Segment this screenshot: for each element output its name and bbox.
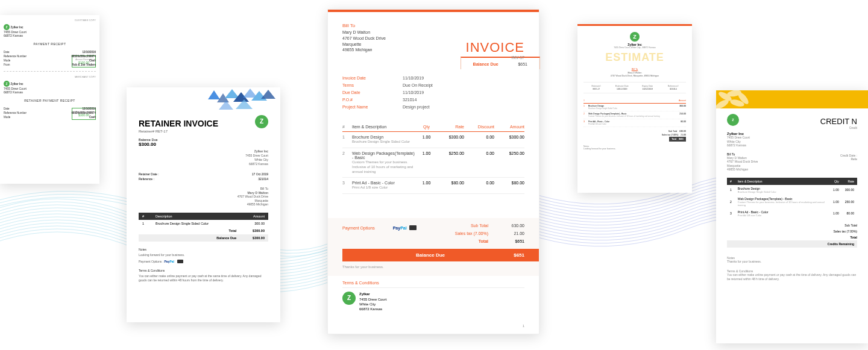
totals: Sub Total Sales tax (7.00%) Total Credit… — [727, 222, 857, 248]
totals: Sub Total 630.00 Sales tax (7.00%) 21.00… — [583, 130, 686, 142]
terms-heading: Terms & Conditions — [139, 269, 268, 273]
tax-value: 21.00 — [488, 231, 524, 236]
table-row: 2Web Design Packages(Template) - BasicCu… — [727, 195, 857, 208]
page-number: 1 — [523, 324, 524, 328]
subtotal-label: Sub Total — [428, 223, 488, 228]
svg-marker-2 — [225, 89, 239, 98]
retainer-date-label: Retainer Date : — [139, 172, 159, 176]
estimate-metadata: Estimate#EST-17 Estimate Date13/11/2019 … — [583, 82, 686, 93]
mode-value: Cash — [89, 59, 96, 62]
subtotal-value: 630.00 — [488, 223, 524, 228]
from-label: From — [4, 63, 10, 66]
paypal-icon: PayPal — [165, 260, 174, 264]
invoice-document: Bill To Mary D Walton 4767 Wood Duck Dri… — [327, 9, 539, 334]
bill-to-address: Bill To Mary D Walton 4767 Wood Duck Dri… — [139, 187, 268, 207]
ref-value: 08526d58bc269974 — [71, 55, 96, 58]
decorative-triangles — [127, 87, 280, 111]
invoice-number: INV-17 — [466, 55, 524, 60]
line-items-header: # Item & Description Qty Rate Discount A… — [342, 122, 524, 132]
invoice-title: INVOICE — [466, 40, 524, 55]
balance-due-value: $300.00 — [139, 142, 156, 147]
notes-text: Looking forward for your business. — [583, 148, 686, 150]
notes-heading: Notes — [139, 248, 268, 252]
company-logo-icon: Z — [727, 114, 739, 126]
company-name: Zylker Inc — [10, 83, 23, 86]
company-logo-icon: Z — [4, 81, 10, 87]
date-value: 12/10/2016 — [82, 51, 96, 54]
payment-receipt-document: CUSTOMER COPY Z Zylker Inc 7455 Drew Cou… — [0, 15, 99, 184]
decorative-header — [716, 90, 868, 108]
terms-text: You can either make online payment or pa… — [139, 274, 268, 283]
line-items-table: #Item & DescriptionQtyRate 1Brochure Des… — [727, 178, 857, 219]
line-item: 1Brochure DesignBrochure Design Single S… — [583, 104, 686, 111]
invoice-metadata: Invoice Date11/10/2019 TermsDue On Recei… — [342, 74, 524, 110]
svg-marker-6 — [261, 90, 275, 99]
retainer-date-value: 17 Oct 2019 — [252, 172, 268, 176]
bill-to-block: Bill To Mary D Walton 4767 Wood Duck Dri… — [727, 152, 857, 172]
invoice-title-block: INVOICE INV-17 — [466, 40, 524, 60]
estimate-title: ESTIMATE — [583, 51, 686, 64]
reference-value: 321014 — [258, 177, 268, 181]
retainer-number: Retainer# RET-17 — [139, 130, 268, 133]
credit-card-icon — [177, 260, 183, 263]
customer-copy-label: CUSTOMER COPY — [4, 19, 96, 22]
estimate-document: Z Zylker Inc 7455 Drew Court, White City… — [577, 24, 692, 193]
retainer-receipt-title: RETAINER PAYMENT RECEIPT — [4, 99, 96, 102]
company-logo-icon: Z — [342, 292, 356, 305]
svg-marker-0 — [208, 90, 220, 99]
merchant-copy-label: MERCHANT COPY — [4, 75, 96, 78]
notes-text: Looking forward for your business. — [139, 253, 268, 257]
table-row: 1Brochure Design Single Sided Color300.0… — [139, 220, 268, 227]
dates-block: Credit Date : Refe — [840, 154, 857, 161]
line-item: 2 Web Design Packages(Template) - BasicC… — [342, 148, 524, 178]
total-label: Total — [428, 239, 488, 243]
credit-note-title: CREDIT N — [727, 117, 857, 126]
company-address-line: 66872 Kansas — [4, 34, 23, 37]
company-address: 7455 Drew Court, White City , 66872 Kans… — [583, 46, 686, 49]
notes-text: Thanks for your business. — [727, 260, 857, 263]
company-logo-icon: Z — [255, 115, 268, 128]
company-block: Z Zylkar 7455 Drew Court White City 6687… — [342, 292, 524, 312]
line-item: 1 Brochure DesignBrochure Design Single … — [342, 132, 524, 148]
receipt-title: PAYMENT RECEIPT — [4, 42, 96, 46]
payment-options-label: Payment Options — [342, 226, 375, 230]
table-row: 1Brochure DesignBrochure Design Single S… — [727, 185, 857, 195]
credit-note-document: CREDIT N Credit Z Zylker Inc 7455 Drew C… — [716, 90, 868, 343]
company-logo-icon: Z — [4, 24, 10, 30]
bill-to-address: Mary D Walton 4767 Wood Duck Drive, Marq… — [583, 72, 686, 77]
thanks-message: Thanks for your business. — [342, 265, 524, 269]
ref-label: Reference Number — [4, 55, 27, 58]
line-item: 2Web Design Packages(Template) - BasicCu… — [583, 111, 686, 119]
total-value: $651 — [488, 239, 524, 243]
retainer-invoice-document: RETAINER INVOICE Retainer# RET-17 Z Bala… — [127, 87, 280, 322]
from-value: Rob & Joe Traders — [72, 63, 96, 66]
tax-label: Sales tax (7.00%) — [428, 231, 488, 236]
line-items-table: #DescriptionAmount 1Brochure Design Sing… — [139, 213, 268, 242]
bill-to-label: Bill To — [583, 67, 686, 70]
balance-due-bar: Balance Due $651 — [342, 249, 539, 261]
retainer-title: RETAINER INVOICE — [139, 119, 268, 128]
totals-block: Payment Options PayPal Sub Total630.00 S… — [328, 218, 539, 276]
company-address: Zylker Inc 7455 Drew Court White City 66… — [139, 149, 268, 166]
company-name: Zylker Inc — [10, 26, 23, 29]
terms-label: Terms & Conditions — [342, 281, 524, 288]
bill-to-label: Bill To — [342, 23, 524, 28]
company-logo-icon: Z — [630, 32, 640, 42]
reference-label: Reference : — [139, 177, 154, 181]
company-address: 7455 Drew Court White City 66872 Kansas — [727, 136, 857, 148]
line-item: 3 Print Ad - Basic - ColorPrint Ad 1/8 s… — [342, 178, 524, 194]
date-label: Date — [4, 51, 10, 54]
payment-options-label: Payment Options : — [139, 260, 163, 263]
credit-card-icon — [409, 225, 417, 230]
terms-block: Terms & Conditions Z Zylkar 7455 Drew Co… — [328, 276, 539, 317]
paypal-icon: PayPal — [393, 226, 407, 230]
line-item: 3Print Ad - Basic - ColorPrint Ad 1/8 si… — [583, 119, 686, 127]
table-row: 3Print Ad - Basic - ColorPrint Ad 1/8 si… — [727, 208, 857, 219]
terms-text: You can either make online payment or pa… — [727, 273, 857, 281]
credit-note-subtitle: Credit — [727, 126, 857, 130]
mode-label: Mode — [4, 59, 10, 62]
